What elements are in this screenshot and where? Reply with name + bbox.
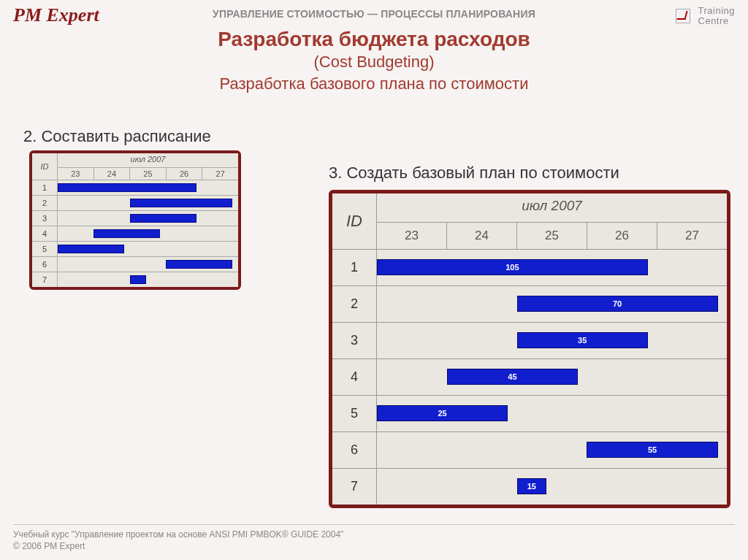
large-gantt-track: 55: [377, 432, 727, 467]
small-gantt-bar: [130, 199, 232, 207]
logo-line1: Training: [698, 5, 735, 16]
small-gantt-row-id: 3: [32, 211, 58, 226]
large-gantt-days: 23 24 25 26 27: [377, 223, 727, 249]
small-gantt-days: 23 24 25 26 27: [58, 168, 238, 180]
title-main: Разработка бюджета расходов: [0, 28, 748, 51]
small-gantt-bar: [94, 229, 160, 238]
small-gantt-row: 7: [32, 272, 238, 287]
large-gantt-day: 27: [657, 223, 727, 249]
small-gantt-row-id: 1: [32, 180, 58, 195]
small-gantt-track: [58, 180, 238, 195]
large-gantt-track: 105: [377, 250, 727, 285]
large-gantt-row-id: 6: [332, 432, 377, 468]
small-gantt-track: [58, 272, 238, 287]
small-gantt-bar: [130, 275, 146, 284]
large-gantt-row: 445: [332, 358, 727, 395]
small-gantt-row: 3: [32, 210, 238, 226]
large-gantt-bar: 35: [517, 332, 648, 348]
small-gantt-track: [58, 211, 238, 226]
small-gantt-row-id: 2: [32, 196, 58, 210]
title-subtitle-en: (Cost Budgeting): [0, 53, 748, 72]
large-gantt-row-id: 1: [332, 250, 377, 285]
large-gantt-day: 26: [587, 223, 657, 249]
large-gantt-day: 24: [446, 223, 516, 249]
large-gantt-month: июл 2007: [377, 193, 727, 223]
top-breadcrumb: УПРАВЛЕНИЕ СТОИМОСТЬЮ — ПРОЦЕССЫ ПЛАНИРО…: [0, 8, 748, 20]
large-gantt-row: 335: [332, 322, 727, 358]
step3-heading: 3. Создать базовый план по стоимости: [329, 164, 619, 183]
large-gantt-row: 270: [332, 285, 727, 322]
small-gantt-row-id: 7: [32, 272, 58, 287]
small-gantt-bar: [166, 260, 232, 269]
logo-square-icon: [676, 9, 690, 23]
large-gantt-row-id: 2: [332, 286, 377, 322]
large-gantt-row: 525: [332, 395, 727, 431]
small-gantt-row-id: 4: [32, 226, 58, 241]
large-gantt-row: 715: [332, 468, 727, 505]
small-gantt-track: [58, 196, 238, 210]
large-gantt-track: 70: [377, 286, 727, 321]
large-gantt-track: 25: [377, 396, 727, 431]
large-gantt-bar: 15: [517, 478, 546, 494]
large-gantt-bar: 45: [447, 369, 578, 385]
small-gantt-bar: [130, 214, 196, 223]
small-gantt-id-header: ID: [32, 153, 58, 180]
large-gantt-bar: 105: [377, 259, 648, 275]
large-gantt-row: 655: [332, 431, 727, 468]
small-gantt-row-id: 5: [32, 242, 58, 256]
small-gantt-row-id: 6: [32, 257, 58, 272]
large-gantt-bar: 70: [517, 296, 718, 312]
small-gantt-row: 2: [32, 195, 238, 210]
small-gantt-day: 27: [202, 168, 238, 180]
large-gantt-row: 1105: [332, 249, 727, 285]
large-gantt-track: 35: [377, 323, 727, 358]
large-gantt-day: 25: [516, 223, 587, 249]
small-gantt-row: 4: [32, 226, 238, 241]
large-gantt-day: 23: [377, 223, 446, 249]
small-gantt-row: 6: [32, 256, 238, 272]
small-gantt-day: 24: [94, 168, 130, 180]
large-gantt-row-id: 5: [332, 396, 377, 431]
footer-copyright: © 2006 PM Expert: [13, 541, 735, 551]
small-gantt-bar: [58, 245, 124, 253]
small-gantt-bar: [58, 183, 196, 192]
large-gantt-row-id: 4: [332, 359, 377, 395]
footer: Учебный курс "Управление проектом на осн…: [13, 524, 735, 551]
large-gantt-row-id: 7: [332, 469, 377, 505]
small-gantt-row: 1: [32, 180, 238, 195]
small-gantt-day: 23: [58, 168, 94, 180]
small-gantt-month: июл 2007: [58, 153, 238, 168]
logo-line2: Centre: [698, 15, 729, 26]
small-gantt-row: 5: [32, 241, 238, 256]
small-gantt-track: [58, 226, 238, 241]
footer-course-name: Учебный курс "Управление проектом на осн…: [13, 524, 735, 540]
baseline-gantt-large: ID июл 2007 23 24 25 26 27 1105270335445…: [329, 190, 730, 508]
title-subtitle-ru: Разработка базового плана по стоимости: [0, 74, 748, 93]
large-gantt-id-header: ID: [332, 193, 377, 249]
title-block: Разработка бюджета расходов (Cost Budget…: [0, 28, 748, 93]
large-gantt-track: 15: [377, 469, 727, 504]
large-gantt-bar: 25: [377, 405, 508, 421]
large-gantt-row-id: 3: [332, 323, 377, 358]
small-gantt-track: [58, 257, 238, 272]
small-gantt-day: 26: [166, 168, 202, 180]
small-gantt-day: 25: [129, 168, 166, 180]
schedule-gantt-small: ID июл 2007 23 24 25 26 27 1234567: [29, 150, 241, 290]
large-gantt-bar: 55: [587, 442, 717, 458]
small-gantt-track: [58, 242, 238, 256]
large-gantt-track: 45: [377, 359, 727, 394]
step2-heading: 2. Составить расписание: [23, 127, 211, 146]
training-centre-logo: Training Centre: [676, 6, 735, 26]
